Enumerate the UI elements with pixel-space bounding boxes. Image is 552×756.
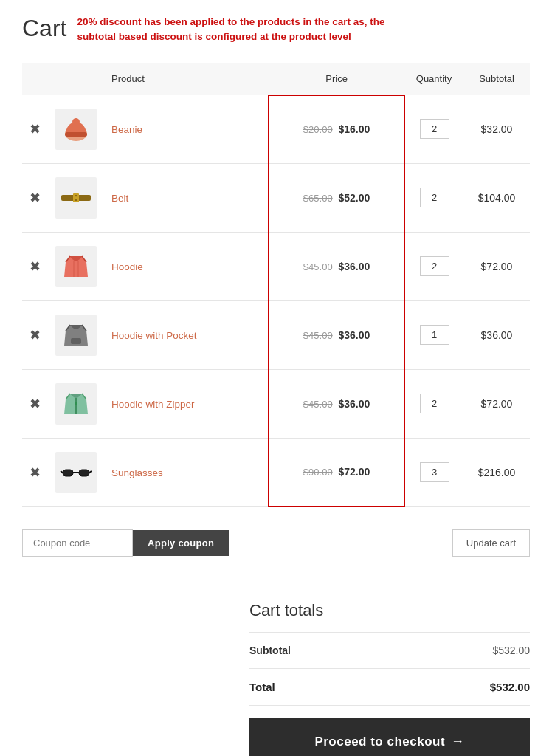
subtotal-value: $72.00: [481, 398, 513, 410]
product-link[interactable]: Belt: [111, 193, 128, 204]
cart-totals-title: Cart totals: [249, 601, 530, 620]
product-image-cell: [48, 369, 104, 438]
svg-line-13: [61, 471, 63, 472]
product-image-cell: [48, 438, 104, 506]
coupon-row: Apply coupon Update cart: [22, 522, 530, 564]
product-subtotal-cell: $72.00: [463, 369, 530, 438]
svg-rect-11: [79, 470, 89, 476]
table-header-row: Product Price Quantity Subtotal: [22, 63, 530, 95]
col-header-quantity: Quantity: [404, 63, 463, 95]
subtotal-value: $104.00: [478, 192, 516, 204]
table-row: ✖ Hoodie with Pocket $45.00 $36.00 1 $36…: [22, 300, 530, 369]
product-quantity-cell: 3: [404, 438, 463, 506]
remove-cell: ✖: [22, 300, 48, 369]
update-cart-button[interactable]: Update cart: [452, 529, 530, 557]
subtotal-row: Subtotal $532.00: [249, 633, 530, 669]
col-header-image: [48, 63, 104, 95]
apply-coupon-button[interactable]: Apply coupon: [133, 530, 229, 556]
remove-button[interactable]: ✖: [30, 464, 41, 481]
product-subtotal-cell: $36.00: [463, 300, 530, 369]
quantity-value: 2: [420, 394, 449, 413]
product-name-cell: Hoodie with Zipper: [104, 369, 269, 438]
subtotal-value: $532.00: [392, 633, 530, 669]
product-quantity-cell: 2: [404, 232, 463, 300]
checkout-label: Proceed to checkout: [314, 735, 445, 749]
product-thumbnail: [55, 177, 97, 219]
subtotal-value: $36.00: [481, 329, 513, 341]
product-price-cell: $90.00 $72.00: [269, 438, 404, 506]
price-discounted: $36.00: [339, 261, 370, 272]
product-thumbnail: [55, 246, 97, 287]
price-original: $45.00: [303, 261, 333, 272]
product-name-cell: Hoodie: [104, 232, 269, 300]
page-title: Cart: [22, 16, 66, 40]
svg-line-14: [89, 471, 92, 472]
product-thumbnail: [55, 109, 97, 150]
price-discounted: $36.00: [339, 398, 370, 410]
price-discounted: $36.00: [339, 329, 370, 341]
product-price-cell: $45.00 $36.00: [269, 300, 404, 369]
price-original: $45.00: [303, 330, 333, 341]
remove-button[interactable]: ✖: [30, 327, 41, 343]
remove-cell: ✖: [22, 95, 48, 164]
product-subtotal-cell: $32.00: [463, 95, 530, 164]
subtotal-value: $216.00: [478, 467, 516, 478]
subtotal-value: $32.00: [481, 123, 513, 135]
remove-cell: ✖: [22, 369, 48, 438]
product-name-cell: Hoodie with Pocket: [104, 300, 269, 369]
svg-rect-9: [75, 402, 77, 405]
product-name-cell: Sunglasses: [104, 438, 269, 506]
checkout-arrow-icon: →: [451, 734, 465, 749]
product-subtotal-cell: $72.00: [463, 232, 530, 300]
product-link[interactable]: Sunglasses: [111, 467, 163, 478]
product-quantity-cell: 2: [404, 163, 463, 232]
cart-totals-section: Cart totals Subtotal $532.00 Total $532.…: [249, 601, 530, 756]
remove-button[interactable]: ✖: [30, 190, 41, 206]
cart-totals-wrapper: Cart totals Subtotal $532.00 Total $532.…: [22, 594, 530, 756]
remove-button[interactable]: ✖: [30, 396, 41, 412]
svg-rect-10: [63, 470, 73, 476]
quantity-value: 1: [420, 325, 449, 345]
product-image-cell: [48, 232, 104, 300]
price-original: $20.00: [303, 124, 333, 135]
coupon-input[interactable]: [22, 529, 133, 557]
table-row: ✖ Belt $65.00 $52.00 2 $104.00: [22, 163, 530, 232]
product-price-cell: $65.00 $52.00: [269, 163, 404, 232]
product-link[interactable]: Hoodie with Pocket: [111, 330, 197, 341]
price-discounted: $52.00: [339, 192, 370, 204]
subtotal-value: $72.00: [481, 261, 513, 272]
product-link[interactable]: Hoodie: [111, 261, 143, 272]
product-image-cell: [48, 163, 104, 232]
coupon-left: Apply coupon: [22, 529, 229, 557]
price-original: $65.00: [303, 193, 333, 204]
svg-rect-1: [65, 132, 87, 137]
product-thumbnail: [55, 315, 97, 356]
product-image-cell: [48, 95, 104, 164]
price-original: $90.00: [303, 467, 333, 478]
remove-cell: ✖: [22, 438, 48, 506]
quantity-value: 2: [420, 188, 449, 207]
remove-cell: ✖: [22, 232, 48, 300]
product-thumbnail: [55, 383, 97, 425]
checkout-button[interactable]: Proceed to checkout→: [249, 718, 530, 756]
table-row: ✖ Hoodie with Zipper $45.00 $36.00 2 $72…: [22, 369, 530, 438]
price-discounted: $16.00: [339, 123, 370, 135]
col-header-subtotal: Subtotal: [463, 63, 530, 95]
product-link[interactable]: Hoodie with Zipper: [111, 399, 195, 410]
product-price-cell: $45.00 $36.00: [269, 232, 404, 300]
product-thumbnail: [55, 452, 97, 493]
total-row: Total $532.00: [249, 669, 530, 706]
product-price-cell: $45.00 $36.00: [269, 369, 404, 438]
remove-button[interactable]: ✖: [30, 258, 41, 275]
col-header-product: Product: [104, 63, 269, 95]
total-label: Total: [249, 669, 392, 706]
product-quantity-cell: 1: [404, 300, 463, 369]
product-quantity-cell: 2: [404, 95, 463, 164]
product-name-cell: Beanie: [104, 95, 269, 164]
product-name-cell: Belt: [104, 163, 269, 232]
product-link[interactable]: Beanie: [111, 124, 142, 135]
col-header-remove: [22, 63, 48, 95]
remove-button[interactable]: ✖: [30, 121, 41, 137]
price-original: $45.00: [303, 399, 333, 410]
svg-rect-7: [71, 338, 81, 344]
